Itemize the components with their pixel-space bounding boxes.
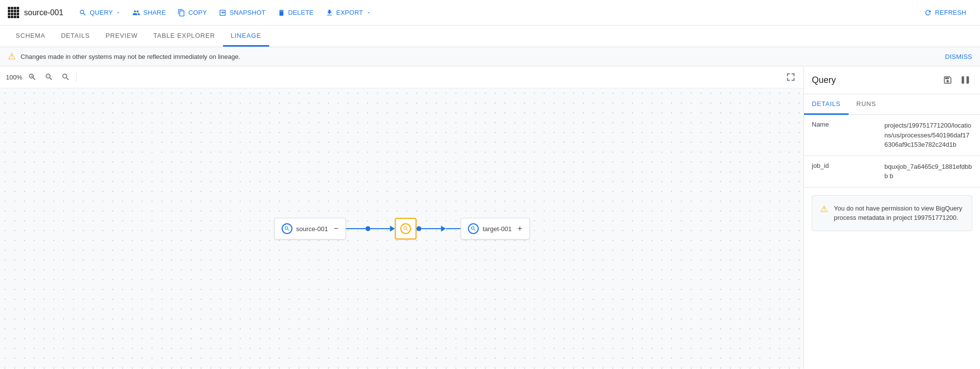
share-button[interactable]: SHARE [126,6,172,20]
zoom-out-button[interactable] [43,71,55,83]
tab-schema[interactable]: SCHEMA [8,26,53,47]
panel-save-button[interactable] [941,73,955,87]
panel-content: Name projects/199751771200/locations/us/… [804,115,980,369]
panel-actions [941,73,972,87]
name-value: projects/199751771200/locations/us/proce… [884,121,972,150]
panel-title: Query [812,75,836,85]
job-id-value: bquxjob_7a6465c9_1881efdbbb b [884,162,972,181]
source-node-icon [281,223,292,234]
warning-left: ⚠ Changes made in other systems may not … [8,52,240,61]
canvas-area: 100% source- [0,66,804,369]
source-node-label: source-001 [296,225,328,233]
snapshot-button[interactable]: SNAPSHOT [213,6,272,20]
source-node[interactable]: source-001 − [274,218,346,239]
page-title: source-001 [8,7,63,18]
line-source2 [370,228,390,229]
connector-dot-left [365,226,370,231]
line-target2 [446,228,460,229]
main-content: 100% source- [0,66,980,369]
arrow-to-target [441,226,446,232]
detail-row-job-id: job_id bquxjob_7a6465c9_1881efdbbb b [804,156,980,187]
zoom-level: 100% [6,74,22,81]
target-node[interactable]: target-001 + [460,218,529,239]
panel-close-button[interactable] [958,73,972,87]
right-panel: Query DETAILS RUNS Name projects/1997517… [804,66,980,369]
connector-source-process [346,226,395,232]
fit-view-button[interactable] [784,70,798,84]
tab-preview[interactable]: PREVIEW [98,26,146,47]
title-text: source-001 [24,8,63,17]
job-id-label: job_id [812,162,880,181]
delete-button[interactable]: DELETE [272,6,320,20]
tab-table-explorer[interactable]: TABLE EXPLORER [146,26,223,47]
process-node-icon [400,223,411,234]
canvas-toolbar: 100% [0,66,804,88]
panel-tab-details[interactable]: DETAILS [804,94,849,115]
tab-lineage[interactable]: LINEAGE [223,26,269,47]
tab-details[interactable]: DETAILS [53,26,98,47]
line-source [346,228,365,229]
permission-warning: ⚠ You do not have permission to view Big… [812,195,972,231]
target-node-icon [468,223,478,234]
target-node-plus[interactable]: + [518,224,522,233]
query-button[interactable]: QUERY [73,6,126,20]
toolbar-actions: QUERY SHARE COPY SNAPSHOT DELETE EXPORT [73,6,916,20]
lineage-container: source-001 − [274,218,529,239]
tab-bar: SCHEMA DETAILS PREVIEW TABLE EXPLORER LI… [0,26,980,47]
source-node-minus[interactable]: − [334,224,338,233]
permission-warning-icon: ⚠ [820,204,828,214]
connector-dot-right [416,226,421,231]
process-node[interactable] [395,218,416,239]
warning-text: Changes made in other systems may not be… [21,53,240,60]
dismiss-button[interactable]: DISMISS [945,53,972,60]
name-label: Name [812,121,880,150]
connector-process-target [416,226,460,232]
panel-tab-runs[interactable]: RUNS [849,94,884,115]
top-bar: source-001 QUERY SHARE COPY SNAPSHOT DEL… [0,0,980,26]
panel-header: Query [804,66,980,94]
copy-button[interactable]: COPY [172,6,213,20]
canvas-diagram[interactable]: source-001 − [0,88,804,369]
warning-banner: ⚠ Changes made in other systems may not … [0,47,980,66]
detail-row-name: Name projects/199751771200/locations/us/… [804,115,980,156]
zoom-in-button[interactable] [26,71,39,83]
canvas-divider [76,72,76,82]
refresh-button[interactable]: REFRESH [918,6,972,20]
arrow-to-process [390,226,395,232]
line-target1 [421,228,441,229]
export-button[interactable]: EXPORT [320,6,377,20]
grid-icon [8,7,19,18]
target-node-label: target-001 [482,225,511,233]
reset-zoom-button[interactable] [59,71,72,83]
top-bar-right: REFRESH [918,6,972,20]
permission-warning-text: You do not have permission to view BigQu… [834,204,964,223]
warning-icon: ⚠ [8,52,16,61]
panel-tabs: DETAILS RUNS [804,94,980,115]
